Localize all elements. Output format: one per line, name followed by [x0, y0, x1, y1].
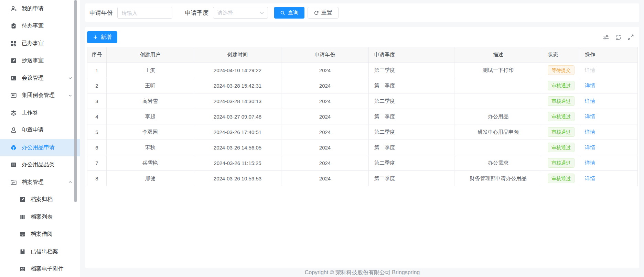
sidebar: 我的申请 待办事宜 已办事宜 抄送事宜 会议管理 集团例会管理 工作签 印章申请… — [0, 0, 80, 277]
detail-link[interactable]: 详情 — [585, 82, 595, 88]
table-row: 4 李超 2024-03-27 09:07:48 2024 第二季度 办公用品 … — [87, 109, 638, 124]
sidebar-item-archive-management[interactable]: 档案管理 — [0, 174, 80, 191]
table-row: 7 岳雪艳 2024-03-26 11:15:25 2024 第二季度 办公需求… — [87, 155, 638, 171]
status-badge: 审核通过 — [548, 81, 575, 90]
applications-table: 序号 创建用户 创建时间 申请年份 申请季度 描述 状态 操作 1 王淇 202… — [87, 47, 638, 186]
cc-edit-icon — [10, 57, 17, 64]
cube-icon — [10, 144, 17, 151]
meeting-card-icon — [10, 92, 17, 99]
status-badge: 审核通过 — [548, 96, 575, 106]
status-badge: 审核通过 — [548, 112, 575, 121]
status-badge: 等待提交 — [548, 65, 575, 75]
sidebar-item-label: 会议管理 — [22, 75, 44, 82]
sidebar-item-label: 已办事宜 — [22, 40, 44, 47]
quarter-select[interactable]: 请选择 — [213, 7, 268, 19]
search-icon — [280, 10, 285, 15]
sidebar-item-label: 办公用品申请 — [22, 144, 55, 151]
year-filter-label: 申请年份 — [89, 9, 113, 17]
col-status: 状态 — [542, 47, 579, 63]
table-row: 2 王昕 2024-03-28 15:42:31 2024 第二季度 审核通过 … — [87, 78, 638, 93]
sidebar-item-archive-borrow[interactable]: 档案借阅 — [0, 226, 80, 243]
sidebar-item-label: 抄送事宜 — [22, 57, 44, 64]
refresh-icon[interactable] — [615, 34, 622, 41]
col-description: 描述 — [454, 47, 542, 63]
table-header-row: 序号 创建用户 创建时间 申请年份 申请季度 描述 状态 操作 — [87, 47, 638, 63]
copyright-text: Copyright © 荣科科技股份有限公司 Bringspring — [305, 269, 420, 276]
wave-chart-icon — [19, 266, 26, 272]
table-row: 8 邢健 2024-03-26 10:59:53 2024 第二季度 财务管理部… — [87, 171, 638, 186]
reset-refresh-icon — [314, 10, 319, 15]
sidebar-item-label: 印章申请 — [22, 126, 44, 134]
detail-link[interactable]: 详情 — [585, 160, 595, 166]
filter-bar: 申请年份 申请季度 请选择 查询 重置 — [85, 3, 639, 22]
status-badge: 审核通过 — [548, 143, 575, 152]
edit-square-icon — [19, 196, 26, 203]
table-card: 新增 序号 创建用户 创建时间 申请年份 申请季度 描述 — [85, 27, 639, 268]
sidebar-item-label: 档案管理 — [22, 179, 44, 186]
sidebar-item-archive-filing[interactable]: 档案归档 — [0, 191, 80, 209]
col-created-time: 创建时间 — [194, 47, 281, 63]
status-badge: 审核通过 — [548, 158, 575, 168]
detail-link[interactable]: 详情 — [585, 144, 595, 150]
sidebar-item-cc[interactable]: 抄送事宜 — [0, 52, 80, 70]
add-button[interactable]: 新增 — [87, 31, 117, 43]
fullscreen-icon[interactable] — [627, 34, 634, 41]
sidebar-item-label: 我的申请 — [22, 5, 44, 12]
table-row: 1 王淇 2024-04-10 14:29:22 2024 第三季度 测试一下打… — [87, 63, 638, 78]
layers-icon — [10, 110, 17, 116]
folder-node-icon — [10, 179, 17, 186]
todo-clipboard-icon — [10, 23, 17, 29]
terminal-icon — [10, 75, 17, 81]
sidebar-item-office-supplies-application[interactable]: 办公用品申请 — [0, 139, 80, 156]
col-index: 序号 — [87, 47, 107, 63]
sidebar-item-todo[interactable]: 待办事宜 — [0, 18, 80, 35]
sidebar-item-archive-attachments[interactable]: 档案电子附件 — [0, 261, 80, 277]
sidebar-item-office-supplies-category[interactable]: 办公用品品类 — [0, 156, 80, 174]
table-row: 3 高岩雪 2024-03-28 14:30:13 2024 第二季度 审核通过… — [87, 93, 638, 109]
detail-link[interactable]: 详情 — [585, 98, 595, 104]
sidebar-item-label: 办公用品品类 — [22, 161, 55, 168]
sidebar-item-label: 集团例会管理 — [22, 92, 55, 99]
col-creator: 创建用户 — [107, 47, 194, 63]
column-settings-icon[interactable] — [603, 34, 609, 41]
table-row: 5 李双园 2024-03-26 17:40:51 2024 第二季度 研发中心… — [87, 124, 638, 140]
col-quarter: 申请季度 — [369, 47, 454, 63]
archive-icon — [19, 231, 26, 237]
search-button[interactable]: 查询 — [274, 7, 304, 19]
sidebar-item-my-applications[interactable]: 我的申请 — [0, 0, 80, 18]
sidebar-item-label: 档案电子附件 — [31, 265, 64, 273]
sidebar-item-work-sign[interactable]: 工作签 — [0, 104, 80, 122]
quarter-filter-label: 申请季度 — [185, 9, 208, 17]
table-row: 6 宋秋 2024-03-26 14:56:05 2024 第二季度 审核通过 … — [87, 140, 638, 155]
sidebar-item-meeting-management[interactable]: 会议管理 — [0, 69, 80, 87]
sidebar-item-done[interactable]: 已办事宜 — [0, 35, 80, 52]
quarter-select-placeholder: 请选择 — [217, 10, 233, 16]
chevron-down-icon — [68, 93, 72, 98]
detail-link[interactable]: 详情 — [585, 67, 595, 73]
plus-icon — [93, 35, 98, 40]
chevron-down-icon — [68, 76, 72, 80]
sidebar-item-label: 已借出档案 — [31, 248, 58, 255]
sidebar-item-label: 档案列表 — [31, 213, 53, 221]
copyright-footer: Copyright © 荣科科技股份有限公司 Bringspring — [85, 268, 639, 277]
table-toolbar: 新增 — [87, 31, 637, 43]
book-bookmark-icon — [19, 248, 26, 255]
detail-link[interactable]: 详情 — [585, 129, 595, 135]
sidebar-item-seal-application[interactable]: 印章申请 — [0, 122, 80, 139]
sidebar-item-label: 档案借阅 — [31, 231, 53, 238]
year-input[interactable] — [117, 7, 172, 19]
stamp-icon — [10, 127, 17, 133]
col-year: 申请年份 — [281, 47, 369, 63]
user-add-icon — [10, 5, 17, 12]
chevron-up-icon — [68, 180, 72, 184]
sidebar-scrollbar[interactable] — [74, 0, 77, 202]
sidebar-item-group-meeting[interactable]: 集团例会管理 — [0, 87, 80, 104]
sidebar-item-archive-list[interactable]: 档案列表 — [0, 208, 80, 226]
sidebar-item-archive-lent[interactable]: 已借出档案 — [0, 243, 80, 261]
reset-button[interactable]: 重置 — [308, 7, 339, 19]
status-badge: 审核通过 — [548, 127, 575, 137]
sidebar-item-label: 工作签 — [22, 109, 38, 117]
detail-link[interactable]: 详情 — [585, 175, 595, 181]
col-actions: 操作 — [579, 47, 638, 63]
detail-link[interactable]: 详情 — [585, 113, 595, 119]
